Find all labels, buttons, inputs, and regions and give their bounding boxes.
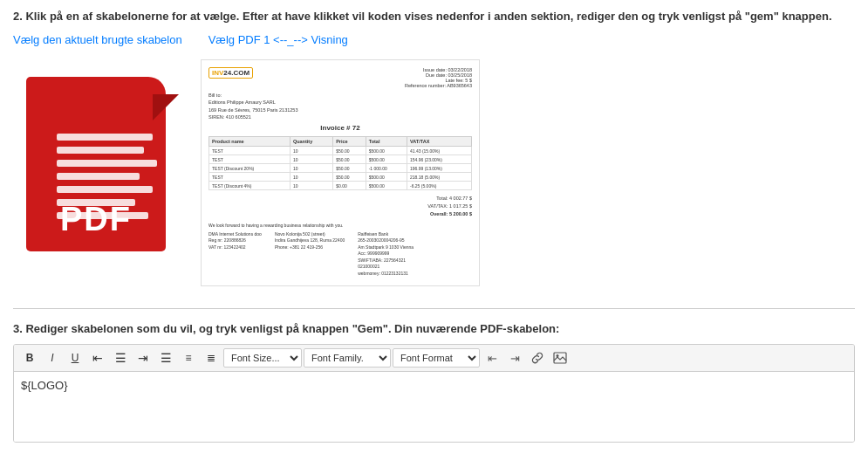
invoice-totals: Total: 4 002.77 $ VAT/TAX: 1 017.25 $ Ov… <box>208 195 472 217</box>
bill-to-company: Editions Philippe Amaury SARL <box>208 99 472 106</box>
editor-container: B I U ⇤ ☰ ⇥ ☰ ≡ ≣ Font Size... 8 10 12 1… <box>13 344 855 443</box>
template-links: Vælg den aktuelt brugte skabelon Vælg PD… <box>13 33 855 46</box>
select-current-template-link[interactable]: Vælg den aktuelt brugte skabelon <box>13 33 182 46</box>
section-divider <box>13 308 855 309</box>
bank-bic: 021000021 <box>358 264 413 271</box>
editor-content[interactable]: ${LOGO} <box>14 372 854 442</box>
footer-bank-block: Raiffeisen Bank 265-2003020004206-95 Am … <box>358 231 413 278</box>
footer-address-block: Novo Kolonija 502 (street) Indira Gandhi… <box>275 231 345 278</box>
page-container: 2. Klik på en af skabelonerne for at væl… <box>0 0 868 451</box>
step2-instruction: 2. Klik på en af skabelonerne for at væl… <box>13 9 855 24</box>
pdf-line-4 <box>57 173 140 180</box>
pdf-line-2 <box>57 147 144 154</box>
image-icon <box>553 352 567 364</box>
list-ol-button[interactable]: ≣ <box>201 348 222 368</box>
list-ul-button[interactable]: ≡ <box>178 348 199 368</box>
pdf-line-5 <box>57 186 153 193</box>
invoice-message: We look forward to having a rewarding bu… <box>208 223 472 228</box>
editor-text: ${LOGO} <box>21 379 67 392</box>
align-left-button[interactable]: ⇤ <box>87 348 108 368</box>
indent-right-button[interactable]: ⇥ <box>504 348 525 368</box>
invoice-logo: INV24.COM <box>208 67 253 79</box>
font-format-select[interactable]: Font Format Paragraph Heading 1 Heading … <box>393 348 480 368</box>
image-button[interactable] <box>550 348 571 368</box>
pdf-line-1 <box>57 134 153 141</box>
invoice-ref: Reference number: AB9365643 <box>405 83 472 88</box>
font-family-select[interactable]: Font Family. Arial Times New Roman Couri… <box>304 348 391 368</box>
footer-vat: VAT nr: 123422402 <box>208 244 262 251</box>
col-price: Price <box>333 137 366 147</box>
font-size-select[interactable]: Font Size... 8 10 12 14 16 18 24 <box>223 348 302 368</box>
pdf-icon-container: PDF <box>13 59 183 269</box>
footer-reg: Reg nr: 220886826 <box>208 237 262 244</box>
underline-button[interactable]: U <box>65 348 85 368</box>
col-total: Total <box>366 137 407 147</box>
invoice-header: INV24.COM Issue date: 03/22/2018 Due dat… <box>208 67 472 88</box>
invoice-table: Product name Quantity Price Total VAT/TA… <box>208 136 472 190</box>
align-center-button[interactable]: ☰ <box>110 348 131 368</box>
pdf-icon-fold <box>153 94 179 120</box>
pdf-line-3 <box>57 160 157 167</box>
bill-to-address1: 169 Rue de Sèvres, 75015 Paris 2131253 <box>208 106 472 113</box>
bank-iban: 265-2003020004206-95 <box>358 237 413 244</box>
footer-city: Indira Gandhijeva 128, Ruma 22400 <box>275 237 345 244</box>
link-button[interactable] <box>527 348 548 368</box>
bank-swift: SWIFT/ABA: 227564321 <box>358 258 413 264</box>
preview-area: PDF INV24.COM Issue date: 03/22/2018 Due… <box>13 59 855 286</box>
col-vat: VAT/TAX <box>407 137 472 147</box>
link-icon <box>531 352 543 364</box>
footer-company: DMA Internet Solutions doo <box>208 231 262 238</box>
pdf-label: PDF <box>26 201 166 238</box>
invoice-title: Invoice # 72 <box>208 124 472 132</box>
table-row: TEST (Discount 4%) 10 $0.00 $500.00 -6.2… <box>209 182 472 190</box>
table-row: TEST 10 $50.00 $500.00 41.43 (15.00%) <box>209 147 472 155</box>
col-product: Product name <box>209 137 290 147</box>
indent-left-button[interactable]: ⇤ <box>482 348 502 368</box>
total-line: Total: 4 002.77 $ <box>208 195 472 203</box>
footer-company-block: DMA Internet Solutions doo Reg nr: 22088… <box>208 231 262 278</box>
table-row: TEST 10 $50.00 $500.00 218.18 (5.00%) <box>209 173 472 182</box>
bill-to-address2: SIREN: 410 605521 <box>208 113 472 120</box>
bank-name: Raiffeisen Bank <box>358 231 413 238</box>
bank-addr: Am Stadtpark 9 1030 Vienna <box>358 244 413 251</box>
bill-to-label: Bill to: <box>208 92 472 99</box>
invoice-preview: INV24.COM Issue date: 03/22/2018 Due dat… <box>201 59 480 286</box>
overall-line: Overall: 5 200.00 $ <box>208 210 472 218</box>
footer-street: Novo Kolonija 502 (street) <box>275 231 345 238</box>
editor-toolbar: B I U ⇤ ☰ ⇥ ☰ ≡ ≣ Font Size... 8 10 12 1… <box>14 345 854 372</box>
svg-rect-0 <box>554 353 566 363</box>
invoice-bill-to: Bill to: Editions Philippe Amaury SARL 1… <box>208 92 472 120</box>
bold-button[interactable]: B <box>19 348 40 368</box>
table-row: TEST (Discount 20%) 10 $50.00 -1 000.00 … <box>209 164 472 173</box>
col-quantity: Quantity <box>290 137 332 147</box>
table-row: TEST 10 $50.00 $500.00 154.96 (23.00%) <box>209 155 472 164</box>
bank-acc: Acc: 999909999 <box>358 251 413 258</box>
step3-instruction: 3. Rediger skabelonen som du vil, og try… <box>13 322 855 335</box>
invoice-footer: DMA Internet Solutions doo Reg nr: 22088… <box>208 231 472 278</box>
vattax-line: VAT/TAX: 1 017.25 $ <box>208 203 472 210</box>
invoice-details-right: Issue date: 03/22/2018 Due date: 03/25/2… <box>405 67 472 88</box>
footer-phone: Phone: +381 22 419-256 <box>275 244 345 251</box>
align-justify-button[interactable]: ☰ <box>155 348 176 368</box>
align-right-button[interactable]: ⇥ <box>133 348 154 368</box>
select-pdf1-link[interactable]: Vælg PDF 1 <--_--> Visning <box>208 33 348 46</box>
bank-web: webmoney: 01223132131 <box>358 271 413 278</box>
pdf-icon: PDF <box>13 59 183 269</box>
italic-button[interactable]: I <box>42 348 63 368</box>
